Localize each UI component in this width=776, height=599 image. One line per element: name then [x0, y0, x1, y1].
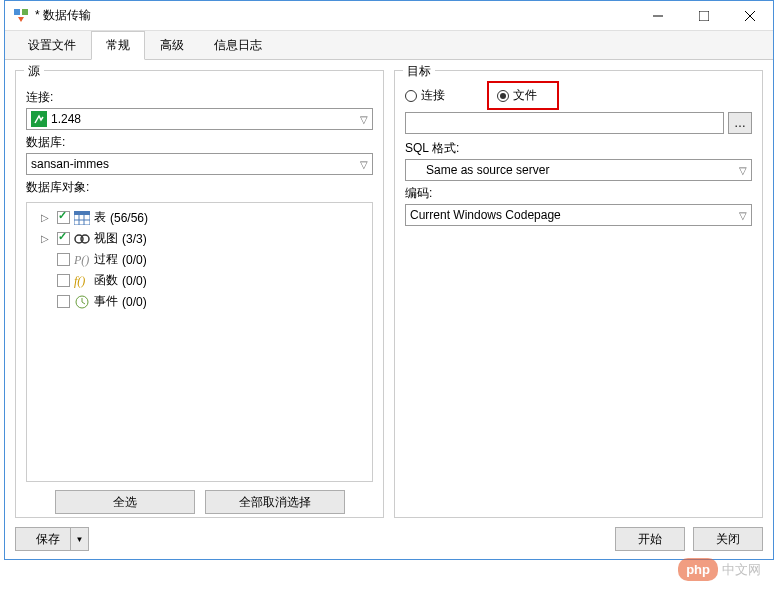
checkbox[interactable]: [57, 295, 70, 308]
database-label: 数据库:: [26, 134, 373, 151]
tabs: 设置文件 常规 高级 信息日志: [5, 31, 773, 60]
expand-icon[interactable]: ▷: [41, 233, 53, 244]
checkbox[interactable]: [57, 274, 70, 287]
radio-icon: [497, 90, 509, 102]
svg-rect-0: [14, 9, 20, 15]
target-group: 目标 连接 文件 … SQL 格式: Same as source server…: [394, 70, 763, 518]
tab-advanced[interactable]: 高级: [145, 31, 199, 60]
event-icon: [74, 295, 90, 309]
tab-settings-file[interactable]: 设置文件: [13, 31, 91, 60]
file-path-input[interactable]: [405, 112, 724, 134]
tree-item-tables: ▷ 表 (56/56): [31, 207, 368, 228]
window-title: * 数据传输: [35, 7, 91, 24]
checkbox[interactable]: [57, 232, 70, 245]
chevron-down-icon: ▽: [360, 159, 368, 170]
titlebar: * 数据传输: [5, 1, 773, 31]
tab-general[interactable]: 常规: [91, 31, 145, 60]
database-select[interactable]: sansan-immes ▽: [26, 153, 373, 175]
svg-point-12: [81, 235, 89, 243]
expand-icon[interactable]: ▷: [41, 212, 53, 223]
checkbox[interactable]: [57, 253, 70, 266]
chevron-down-icon: ▽: [739, 165, 747, 176]
tree-item-functions: ▷ f() 函数 (0/0): [31, 270, 368, 291]
footer: 保存 ▼ 开始 关闭: [15, 527, 763, 551]
svg-rect-1: [22, 9, 28, 15]
procedure-icon: P(): [74, 253, 90, 267]
save-button[interactable]: 保存 ▼: [15, 527, 89, 551]
function-icon: f(): [74, 274, 90, 288]
source-group-title: 源: [24, 63, 44, 80]
svg-rect-7: [74, 211, 90, 215]
connection-select[interactable]: 1.248 ▽: [26, 108, 373, 130]
watermark: php 中文网: [678, 558, 761, 581]
table-icon: [74, 211, 90, 225]
source-group: 源 连接: 1.248 ▽ 数据库: sansan-immes ▽ 数据库对象:…: [15, 70, 384, 518]
dropdown-icon[interactable]: ▼: [70, 528, 88, 550]
target-group-title: 目标: [403, 63, 435, 80]
minimize-button[interactable]: [635, 1, 681, 31]
select-all-button[interactable]: 全选: [55, 490, 195, 514]
close-button[interactable]: [727, 1, 773, 31]
sql-format-label: SQL 格式:: [405, 140, 752, 157]
app-icon: [13, 8, 29, 24]
svg-rect-3: [699, 11, 709, 21]
start-button[interactable]: 开始: [615, 527, 685, 551]
maximize-button[interactable]: [681, 1, 727, 31]
tree-item-views: ▷ 视图 (3/3): [31, 228, 368, 249]
view-icon: [74, 232, 90, 246]
browse-button[interactable]: …: [728, 112, 752, 134]
deselect-all-button[interactable]: 全部取消选择: [205, 490, 345, 514]
tab-info-log[interactable]: 信息日志: [199, 31, 277, 60]
radio-connection[interactable]: 连接: [405, 87, 445, 104]
connection-icon: [31, 111, 47, 127]
dialog-window: * 数据传输 设置文件 常规 高级 信息日志 源 连接: 1.248 ▽ 数据库…: [4, 0, 774, 560]
checkbox[interactable]: [57, 211, 70, 224]
sql-format-select[interactable]: Same as source server ▽: [405, 159, 752, 181]
radio-file[interactable]: 文件: [487, 81, 559, 110]
chevron-down-icon: ▽: [360, 114, 368, 125]
encoding-label: 编码:: [405, 185, 752, 202]
tree-item-procedures: ▷ P() 过程 (0/0): [31, 249, 368, 270]
chevron-down-icon: ▽: [739, 210, 747, 221]
encoding-select[interactable]: Current Windows Codepage ▽: [405, 204, 752, 226]
objects-tree: ▷ 表 (56/56) ▷ 视图 (3/3) ▷ P(): [26, 202, 373, 482]
objects-label: 数据库对象:: [26, 179, 373, 196]
tree-item-events: ▷ 事件 (0/0): [31, 291, 368, 312]
close-button-footer[interactable]: 关闭: [693, 527, 763, 551]
connection-label: 连接:: [26, 89, 373, 106]
radio-icon: [405, 90, 417, 102]
